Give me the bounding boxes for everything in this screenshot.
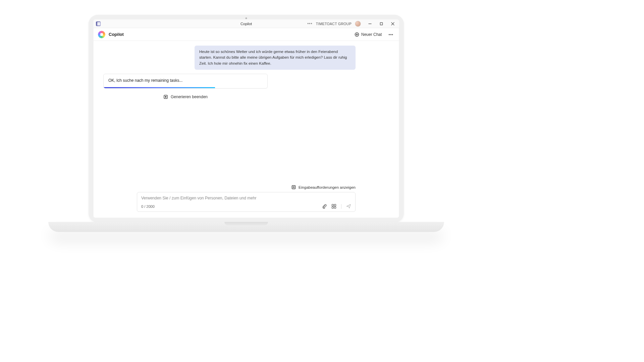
toolbar-more-button[interactable]: ••• xyxy=(387,30,394,39)
svg-rect-13 xyxy=(334,204,336,206)
screen-bezel: Copilot ••• TIMETOACT GROUP xyxy=(89,15,404,223)
svg-rect-8 xyxy=(165,96,166,98)
copilot-logo-icon xyxy=(98,31,105,38)
svg-rect-15 xyxy=(334,207,336,208)
svg-rect-9 xyxy=(292,186,296,189)
title-bar: Copilot ••• TIMETOACT GROUP xyxy=(93,19,399,28)
title-more-icon[interactable]: ••• xyxy=(307,21,313,26)
trackpad-notch xyxy=(224,222,268,225)
svg-rect-12 xyxy=(332,204,334,206)
progress-bar xyxy=(104,87,215,88)
assistant-message-text: OK, Ich suche nach my remaining tasks... xyxy=(108,78,182,83)
show-prompts-button[interactable]: Eingabeaufforderungen anzeigen xyxy=(137,185,356,189)
attach-button[interactable] xyxy=(322,204,327,209)
svg-rect-14 xyxy=(332,207,334,208)
dots-horizontal-icon: ••• xyxy=(388,32,393,37)
org-name-label: TIMETOACT GROUP xyxy=(316,22,352,26)
paperclip-icon xyxy=(322,204,327,209)
close-button[interactable] xyxy=(389,20,396,27)
user-message: Heute ist so schönes Wetter und ich würd… xyxy=(195,46,356,70)
new-chat-label: Neuer Chat xyxy=(361,32,382,37)
char-count: 0 / 2000 xyxy=(141,204,155,208)
new-chat-button[interactable]: Neuer Chat xyxy=(353,31,384,38)
footer: Eingabeaufforderungen anzeigen Verwenden… xyxy=(93,185,399,218)
copilot-title: Copilot xyxy=(109,32,124,37)
window-title: Copilot xyxy=(240,22,252,26)
chat-input-placeholder: Verwenden Sie / zum Einfügen von Persone… xyxy=(141,196,351,201)
apps-button[interactable] xyxy=(331,204,336,209)
minimize-button[interactable] xyxy=(366,20,374,27)
stop-generating-label: Generieren beenden xyxy=(171,95,208,99)
svg-rect-1 xyxy=(380,22,383,25)
stop-generating-button[interactable]: Generieren beenden xyxy=(103,95,268,99)
laptop-base xyxy=(48,222,444,232)
assistant-message: OK, Ich suche nach my remaining tasks... xyxy=(103,74,268,88)
grid-icon xyxy=(331,204,336,209)
toolbar: Copilot Neuer Chat ••• xyxy=(93,28,399,41)
user-avatar[interactable] xyxy=(355,21,361,27)
plus-circle-icon xyxy=(355,32,359,37)
laptop-frame: Copilot ••• TIMETOACT GROUP xyxy=(89,15,404,232)
app-window: Copilot ••• TIMETOACT GROUP xyxy=(93,19,399,218)
send-icon xyxy=(346,204,351,209)
chat-input[interactable]: Verwenden Sie / zum Einfügen von Persone… xyxy=(137,192,356,212)
show-prompts-label: Eingabeaufforderungen anzeigen xyxy=(299,185,356,189)
camera-dot xyxy=(246,17,247,19)
divider xyxy=(341,204,341,209)
chat-area: Heute ist so schönes Wetter und ich würd… xyxy=(93,41,399,185)
send-button[interactable] xyxy=(346,204,351,209)
teams-icon xyxy=(96,21,101,26)
prompts-icon xyxy=(291,185,296,189)
stop-icon xyxy=(163,95,168,99)
maximize-button[interactable] xyxy=(378,20,385,27)
